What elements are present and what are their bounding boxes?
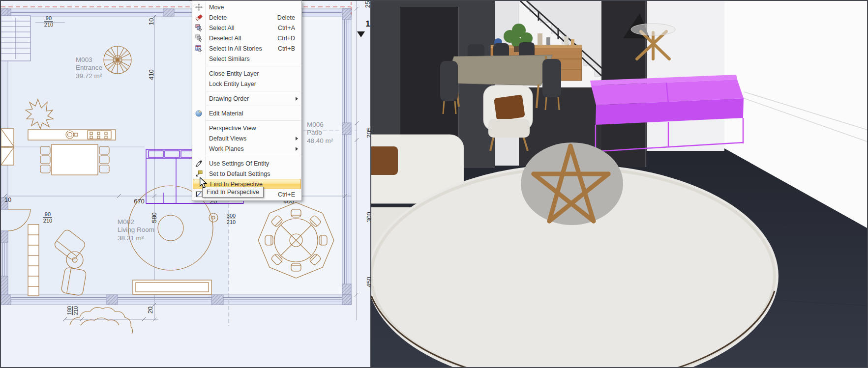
menu-item-label: Deselect All (205, 35, 277, 42)
dimension-label: 1 (365, 20, 370, 28)
dimension-label: 450 (366, 277, 371, 287)
menu-item-label: Select Similars (205, 56, 295, 62)
story-marker-icon (357, 31, 365, 37)
select-all-icon (192, 24, 205, 31)
room-code: M003 (76, 56, 102, 64)
room-label-entrance: M003 Entrance 39.72 m² (76, 56, 102, 80)
dimension-label: 410 (148, 69, 154, 80)
menu-item-shortcut: Delete (277, 14, 301, 21)
menu-item-close-entity-layer[interactable]: Close Entity Layer (192, 68, 301, 79)
move-icon (192, 3, 205, 11)
application-window: M003 Entrance 39.72 m² M006 Patio 48.40 … (0, 0, 868, 368)
dimension-label: 205 (366, 127, 371, 138)
menu-item-work-planes[interactable]: Work Planes (192, 143, 301, 154)
menu-item-shortcut: Ctrl+A (278, 25, 301, 31)
menu-item-label: Edit Material (205, 110, 295, 117)
eyedropper-icon (192, 160, 205, 167)
menu-item-select-similars[interactable]: Select Similars (192, 54, 301, 64)
menu-item-label: Work Planes (205, 145, 289, 152)
room-name: Living Room (118, 226, 154, 234)
dimension-label: 300 (366, 212, 371, 223)
menu-item-shortcut: Ctrl+E (278, 191, 301, 198)
menu-item-label: Delete (205, 14, 277, 21)
menu-item-label: Default Views (205, 135, 289, 142)
room-area: 38.31 m² (118, 234, 154, 242)
eraser-icon (192, 14, 205, 21)
dimension-label: 90210 (44, 16, 53, 28)
room-name: Entrance (76, 64, 102, 72)
menu-separator (206, 120, 300, 121)
room-name: Patio (307, 129, 333, 137)
menu-separator (206, 156, 300, 156)
floor-plan-drawing (1, 1, 370, 367)
menu-item-use-settings-of-entity[interactable]: Use Settings Of Entity (192, 158, 301, 169)
menu-separator (206, 91, 300, 91)
menu-item-select-all[interactable]: Select AllCtrl+A (192, 23, 301, 33)
menu-item-label: Select In All Stories (205, 45, 278, 52)
submenu-arrow-icon (296, 137, 298, 141)
menu-item-set-to-default-settings[interactable]: Set to Default Settings (192, 169, 301, 179)
submenu-arrow-icon (296, 97, 298, 101)
find-in-perspective-tooltip: Find In Perspective (202, 187, 264, 198)
menu-item-lock-entity-layer[interactable]: Lock Entity Layer (192, 79, 301, 89)
menu-item-edit-material[interactable]: Edit Material (192, 108, 301, 118)
room-label-living-room: M002 Living Room 38.31 m² (118, 218, 154, 242)
menu-item-label: Close Entity Layer (205, 70, 295, 77)
menu-item-label: Move (205, 4, 295, 11)
menu-item-label: Use Settings Of Entity (205, 160, 295, 167)
menu-item-label: Drawing Order (205, 95, 289, 102)
mouse-cursor-icon (199, 177, 208, 189)
menu-item-label: Lock Entity Layer (205, 81, 295, 87)
menu-item-label: Set to Default Settings (205, 170, 295, 177)
room-code: M002 (118, 218, 154, 226)
material-sphere-icon (192, 110, 205, 117)
dimension-label: 10 (4, 197, 11, 203)
dimension-label: 180210 (67, 306, 79, 315)
menu-item-label: Select All (205, 25, 278, 31)
room-code: M006 (307, 121, 333, 129)
menu-item-label: Perspective View (205, 125, 295, 132)
menu-item-shortcut: Ctrl+B (278, 45, 301, 52)
dimension-label: 25 (364, 1, 371, 8)
menu-item-perspective-view[interactable]: Perspective View (192, 123, 301, 133)
menu-separator (206, 106, 300, 106)
room-area: 39.72 m² (76, 72, 102, 80)
room-label-patio: M006 Patio 48.40 m² (307, 121, 333, 145)
dimension-label: 90210 (43, 212, 52, 224)
room-area: 48.40 m² (307, 137, 333, 145)
dimension-label: 20 (147, 307, 153, 313)
menu-item-default-views[interactable]: Default Views (192, 133, 301, 143)
context-menu: MoveDeleteDeleteSelect AllCtrl+ADeselect… (192, 0, 302, 201)
dimension-label: 10 (148, 18, 154, 25)
perspective-view-panel[interactable] (371, 1, 867, 367)
dimension-label: 670 (134, 198, 145, 204)
dimension-label: 580 (151, 212, 157, 223)
floor-plan-panel[interactable]: M003 Entrance 39.72 m² M006 Patio 48.40 … (1, 1, 370, 367)
menu-item-shortcut: Ctrl+D (277, 35, 301, 42)
submenu-arrow-icon (296, 147, 298, 151)
select-stories-icon (192, 45, 205, 52)
perspective-render (371, 1, 867, 367)
menu-item-move[interactable]: Move (192, 2, 301, 12)
menu-item-deselect-all[interactable]: Deselect AllCtrl+D (192, 33, 301, 43)
menu-item-delete[interactable]: DeleteDelete (192, 12, 301, 23)
menu-item-drawing-order[interactable]: Drawing Order (192, 93, 301, 104)
menu-separator (206, 66, 300, 66)
apply-settings-icon (192, 170, 205, 177)
deselect-all-icon (192, 34, 205, 42)
menu-item-select-in-all-stories[interactable]: Select In All StoriesCtrl+B (192, 43, 301, 54)
dimension-label: 300210 (227, 213, 236, 225)
